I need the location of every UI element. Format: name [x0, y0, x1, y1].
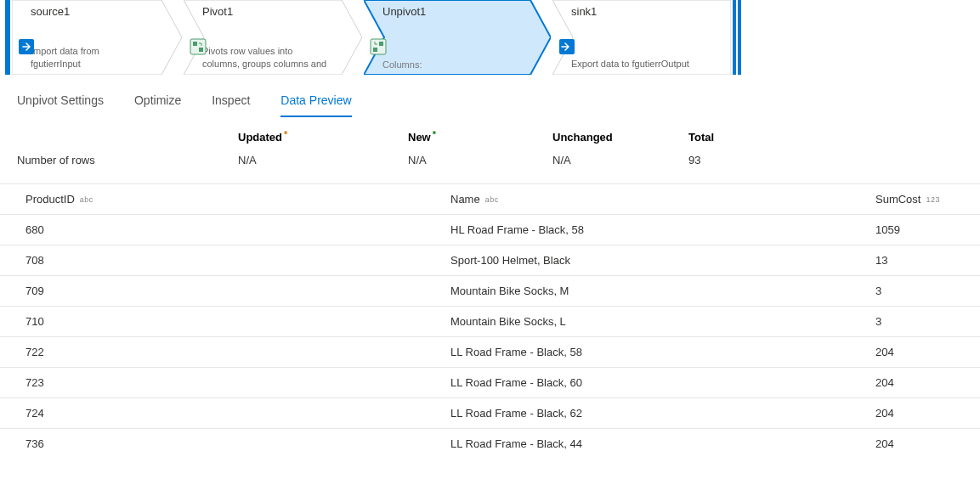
svg-rect-5: [199, 48, 203, 52]
table-cell: 710: [25, 315, 450, 328]
node-title: sink1: [571, 5, 700, 18]
pipeline-canvas[interactable]: source1 Import data from fgutierrInput P…: [0, 0, 980, 78]
pivot-icon: [189, 37, 207, 56]
table-cell: 724: [25, 407, 450, 420]
table-cell: 736: [25, 437, 450, 450]
node-title: Unpivot1: [382, 5, 520, 18]
table-cell: LL Road Frame - Black, 62: [450, 407, 875, 420]
table-cell: 723: [25, 376, 450, 389]
stats-rowlabel: Number of rows: [17, 154, 238, 166]
stats-header-updated: Updated*: [238, 131, 408, 144]
source-icon: [17, 37, 36, 56]
svg-rect-4: [193, 42, 197, 46]
stats-header-total: Total: [688, 131, 824, 144]
type-badge: 123: [926, 195, 940, 204]
table-cell: HL Road Frame - Black, 58: [450, 223, 875, 236]
pipeline-start-bar: [5, 0, 10, 75]
table-cell: 3: [875, 285, 980, 297]
stats-panel: Updated* New* Unchanged Total Number of …: [0, 117, 980, 175]
unpivot-icon: [369, 37, 388, 56]
stats-val-total: 93: [688, 154, 824, 166]
table-row[interactable]: 723LL Road Frame - Black, 60204: [0, 367, 980, 397]
col-header-sumcost[interactable]: SumCost123: [875, 193, 980, 206]
table-cell: Sport-100 Helmet, Black: [450, 254, 875, 267]
stats-header-new: New*: [408, 131, 552, 144]
svg-rect-8: [373, 48, 377, 52]
table-row[interactable]: 710Mountain Bike Socks, L3: [0, 306, 980, 336]
asterisk-icon: *: [433, 129, 436, 139]
pipeline-node-unpivot[interactable]: Unpivot1 Columns:: [364, 0, 551, 78]
col-header-productid[interactable]: ProductIDabc: [25, 193, 450, 206]
node-subtitle: Pivots row values into columns, groups c…: [202, 45, 331, 70]
pipeline-node-source[interactable]: source1 Import data from fgutierrInput: [12, 0, 182, 78]
col-header-name[interactable]: Nameabc: [450, 193, 875, 206]
stats-val-new: N/A: [408, 154, 552, 166]
table-cell: 1059: [875, 223, 980, 236]
node-subtitle: Import data from fgutierrInput: [31, 45, 151, 70]
node-title: source1: [31, 5, 151, 18]
table-cell: 708: [25, 254, 450, 267]
svg-rect-7: [371, 39, 386, 54]
table-cell: 204: [875, 376, 980, 389]
tab-strip: Unpivot Settings Optimize Inspect Data P…: [0, 83, 980, 117]
table-cell: 13: [875, 254, 980, 267]
table-cell: 204: [875, 437, 980, 450]
table-cell: 722: [25, 346, 450, 358]
table-cell: 3: [875, 315, 980, 328]
table-row[interactable]: 708Sport-100 Helmet, Black13: [0, 245, 980, 275]
sink-icon: [558, 37, 576, 56]
node-columns-label: Columns:: [382, 59, 520, 70]
stats-val-updated: N/A: [238, 154, 408, 166]
table-cell: Mountain Bike Socks, L: [450, 315, 875, 328]
tab-optimize[interactable]: Optimize: [134, 93, 181, 117]
table-cell: LL Road Frame - Black, 44: [450, 437, 875, 450]
tab-inspect[interactable]: Inspect: [212, 93, 250, 117]
table-cell: LL Road Frame - Black, 60: [450, 376, 875, 389]
svg-rect-9: [379, 42, 383, 46]
pipeline-end-bars: [733, 0, 741, 75]
tab-data-preview[interactable]: Data Preview: [280, 93, 351, 117]
table-row[interactable]: 709Mountain Bike Socks, M3: [0, 275, 980, 306]
table-cell: 204: [875, 407, 980, 420]
table-row[interactable]: 680HL Road Frame - Black, 581059: [0, 214, 980, 245]
tab-unpivot-settings[interactable]: Unpivot Settings: [17, 93, 104, 117]
table-row[interactable]: 722LL Road Frame - Black, 58204: [0, 336, 980, 367]
pipeline-node-sink[interactable]: sink1 Export data to fgutierrOutput: [552, 0, 731, 78]
type-badge: abc: [80, 195, 93, 204]
svg-rect-3: [190, 39, 206, 54]
table-row[interactable]: 736LL Road Frame - Black, 44204: [0, 428, 980, 459]
stats-header-unchanged: Unchanged: [552, 131, 688, 144]
stats-val-unchanged: N/A: [552, 154, 688, 166]
pipeline-node-pivot[interactable]: Pivot1 Pivots row values into columns, g…: [184, 0, 362, 78]
table-cell: 204: [875, 346, 980, 358]
table-cell: 709: [25, 285, 450, 297]
type-badge: abc: [485, 195, 499, 204]
table-row[interactable]: 724LL Road Frame - Black, 62204: [0, 397, 980, 428]
node-subtitle: Export data to fgutierrOutput: [571, 58, 700, 70]
asterisk-icon: *: [284, 129, 287, 139]
table-header-row: ProductIDabc Nameabc SumCost123: [0, 183, 980, 214]
table-cell: Mountain Bike Socks, M: [450, 285, 875, 297]
node-title: Pivot1: [202, 5, 331, 18]
data-table: ProductIDabc Nameabc SumCost123 680HL Ro…: [0, 183, 980, 459]
table-cell: LL Road Frame - Black, 58: [450, 346, 875, 358]
table-cell: 680: [25, 223, 450, 236]
